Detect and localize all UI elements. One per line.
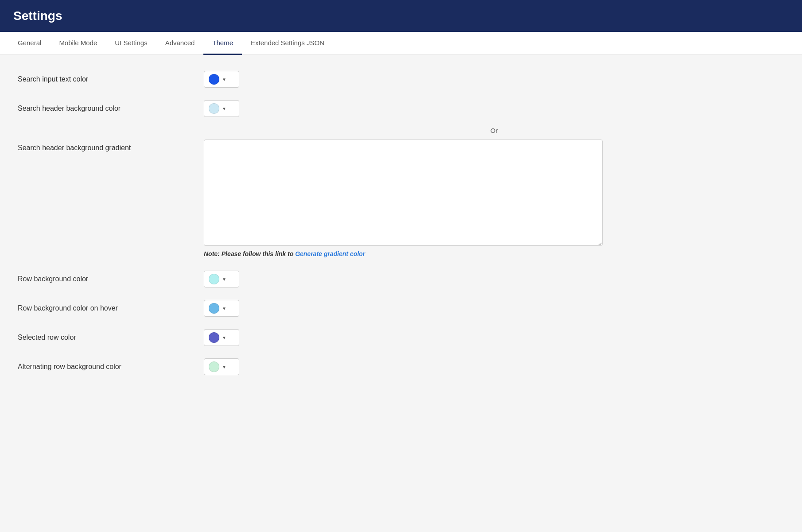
- row-bg-hover-row: Row background color on hover ▼: [18, 297, 784, 319]
- search-input-text-color-picker[interactable]: ▼: [204, 71, 239, 88]
- or-divider: Or: [18, 127, 784, 134]
- chevron-down-icon: ▼: [222, 106, 226, 111]
- row-bg-color-picker[interactable]: ▼: [204, 271, 239, 287]
- alt-row-bg-color-label: Alternating row background color: [18, 363, 204, 371]
- chevron-down-icon: ▼: [222, 306, 226, 311]
- chevron-down-icon: ▼: [222, 365, 226, 369]
- note-text: Note: Please follow this link to Generat…: [204, 250, 365, 257]
- note-prefix: Note: Please follow this link to: [204, 250, 295, 257]
- alt-row-bg-color-picker[interactable]: ▼: [204, 358, 239, 375]
- chevron-down-icon: ▼: [222, 277, 226, 282]
- row-bg-color-swatch: [209, 274, 219, 284]
- row-bg-hover-label: Row background color on hover: [18, 304, 204, 312]
- gradient-label: Search header background gradient: [18, 140, 204, 152]
- chevron-down-icon: ▼: [222, 77, 226, 82]
- note-row: Note: Please follow this link to Generat…: [18, 250, 784, 257]
- settings-content: Search input text color ▼ Search header …: [0, 55, 802, 529]
- selected-row-color-row: Selected row color ▼: [18, 326, 784, 349]
- tab-extended-settings-json[interactable]: Extended Settings JSON: [242, 32, 333, 55]
- selected-row-color-swatch: [209, 332, 219, 343]
- search-header-bg-color-swatch: [209, 103, 219, 114]
- selected-row-color-picker[interactable]: ▼: [204, 329, 239, 346]
- page-header: Settings: [0, 0, 802, 32]
- search-header-bg-color-row: Search header background color ▼: [18, 97, 784, 120]
- search-header-bg-color-picker[interactable]: ▼: [204, 100, 239, 117]
- selected-row-color-label: Selected row color: [18, 334, 204, 342]
- search-header-bg-color-label: Search header background color: [18, 105, 204, 113]
- generate-gradient-link[interactable]: Generate gradient color: [295, 250, 365, 257]
- tabs-bar: General Mobile Mode UI Settings Advanced…: [0, 32, 802, 55]
- chevron-down-icon: ▼: [222, 335, 226, 340]
- row-bg-color-row: Row background color ▼: [18, 268, 784, 290]
- search-input-text-color-label: Search input text color: [18, 75, 204, 83]
- page-title: Settings: [13, 9, 62, 23]
- row-bg-hover-swatch: [209, 303, 219, 314]
- row-bg-color-label: Row background color: [18, 275, 204, 283]
- tab-advanced[interactable]: Advanced: [156, 32, 204, 55]
- search-input-text-color-swatch: [209, 74, 219, 85]
- tab-ui-settings[interactable]: UI Settings: [106, 32, 156, 55]
- search-input-text-color-row: Search input text color ▼: [18, 68, 784, 90]
- alt-row-bg-color-row: Alternating row background color ▼: [18, 356, 784, 378]
- tab-theme[interactable]: Theme: [203, 32, 242, 55]
- tab-general[interactable]: General: [9, 32, 50, 55]
- tab-mobile-mode[interactable]: Mobile Mode: [50, 32, 106, 55]
- gradient-section: Search header background gradient: [18, 140, 784, 246]
- alt-row-bg-color-swatch: [209, 361, 219, 372]
- gradient-textarea[interactable]: [204, 140, 603, 246]
- row-bg-hover-picker[interactable]: ▼: [204, 300, 239, 317]
